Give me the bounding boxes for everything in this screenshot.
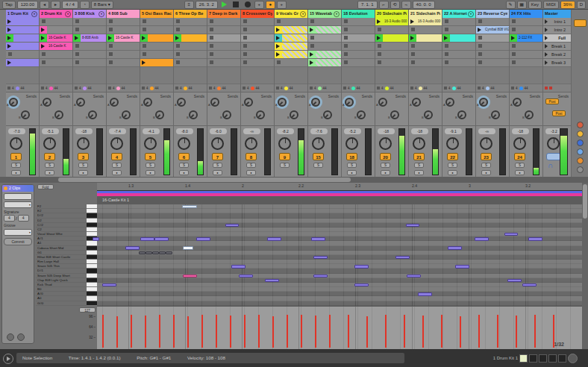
- mixer-section-toggle[interactable]: [577, 139, 584, 146]
- clip-launch-button[interactable]: [40, 26, 47, 34]
- midi-note[interactable]: [154, 237, 169, 241]
- clip-slot[interactable]: 16-Castle K: [40, 34, 72, 43]
- send-a-knob[interactable]: A: [445, 98, 454, 107]
- clip-body[interactable]: [13, 43, 39, 50]
- midi-note[interactable]: [166, 251, 172, 255]
- volume-field[interactable]: -7.6: [310, 128, 328, 134]
- empty-clip-slot[interactable]: [207, 43, 240, 51]
- velocity-stem[interactable]: [102, 315, 104, 348]
- empty-clip-slot[interactable]: [107, 59, 140, 67]
- clip-launch-button[interactable]: [275, 34, 282, 42]
- send-a-knob[interactable]: A: [43, 98, 51, 107]
- empty-clip-slot[interactable]: [107, 43, 140, 51]
- empty-clip-slot[interactable]: [73, 51, 106, 59]
- midi-note[interactable]: [239, 275, 253, 278]
- fold-button[interactable]: Fold: [37, 184, 54, 189]
- clip-launch-button[interactable]: [140, 59, 148, 66]
- clip-body[interactable]: 8-808 Amb: [81, 34, 106, 42]
- beat-time-ruler[interactable]: 1.31.422.22.32.433.2: [97, 183, 582, 190]
- velocity-stem[interactable]: [131, 315, 132, 348]
- send-b-knob[interactable]: B: [222, 110, 231, 119]
- solo-button[interactable]: S: [347, 163, 357, 168]
- midi-note[interactable]: [182, 205, 197, 209]
- empty-clip-slot[interactable]: [107, 26, 140, 34]
- velocity-stem[interactable]: [315, 316, 316, 348]
- clip-slot[interactable]: [275, 43, 307, 51]
- track-activator-button[interactable]: 18: [346, 153, 357, 160]
- empty-clip-slot[interactable]: [241, 43, 274, 51]
- empty-clip-slot[interactable]: [375, 59, 408, 67]
- clip-body[interactable]: 16-3 Audio 000: [383, 18, 408, 25]
- pan-knob[interactable]: [178, 137, 190, 150]
- clip-launch-button[interactable]: [308, 51, 316, 58]
- automation-arm-button[interactable]: +: [277, 1, 287, 9]
- fold-icon[interactable]: ▾: [334, 11, 340, 17]
- scrollbar-handle[interactable]: [583, 184, 587, 219]
- clip-body[interactable]: [450, 34, 475, 42]
- track-activator-button[interactable]: 23: [481, 153, 492, 160]
- clip-title-bar[interactable]: 16-Castle Kit 1: [97, 196, 582, 204]
- clip-slot[interactable]: Cymbal 808 VIG: [476, 26, 509, 34]
- empty-clip-slot[interactable]: [40, 51, 72, 59]
- note-row[interactable]: [97, 301, 582, 306]
- volume-field[interactable]: -7.4: [109, 128, 126, 134]
- signature-denominator-field[interactable]: 4: [18, 215, 29, 222]
- velocity-stem[interactable]: [348, 315, 349, 348]
- clip-slot[interactable]: [40, 26, 72, 34]
- send-b-knob[interactable]: B: [88, 110, 97, 119]
- track-activator-button[interactable]: 21: [413, 153, 425, 160]
- send-a-post-toggle[interactable]: Post: [545, 98, 559, 104]
- clip-body[interactable]: [282, 26, 307, 34]
- empty-clip-slot[interactable]: [207, 59, 240, 67]
- clip-body[interactable]: 16-Castle K: [47, 34, 72, 42]
- scene-slot[interactable]: Break 3: [543, 59, 571, 67]
- velocity-stem[interactable]: [116, 316, 118, 348]
- volume-field[interactable]: -18: [512, 128, 529, 134]
- pan-knob[interactable]: [245, 137, 257, 150]
- volume-field[interactable]: -18: [378, 128, 395, 134]
- empty-clip-slot[interactable]: [476, 34, 509, 43]
- clip-launch-button[interactable]: [308, 26, 316, 34]
- arm-button[interactable]: ●: [45, 170, 54, 175]
- empty-clip-slot[interactable]: [207, 34, 240, 43]
- send-a-knob[interactable]: A: [110, 98, 119, 107]
- send-a-knob[interactable]: A: [378, 98, 387, 107]
- solo-button[interactable]: S: [246, 163, 256, 168]
- mixer-section-toggle[interactable]: [577, 131, 584, 137]
- solo-button[interactable]: S: [78, 163, 88, 168]
- solo-button[interactable]: S: [45, 163, 54, 168]
- computer-midi-keyboard-button[interactable]: ▦: [517, 1, 527, 9]
- clip-slot[interactable]: [140, 34, 173, 43]
- midi-note-selected[interactable]: [183, 246, 193, 250]
- mixer-section-toggle[interactable]: [577, 166, 584, 173]
- stop-all-clips-icon[interactable]: [545, 87, 548, 90]
- velocity-stem[interactable]: [287, 315, 288, 348]
- arm-button[interactable]: ●: [78, 170, 88, 175]
- empty-clip-slot[interactable]: [40, 59, 72, 67]
- empty-clip-slot[interactable]: [476, 51, 509, 59]
- track-activator-button[interactable]: 7: [212, 153, 223, 160]
- arm-button[interactable]: ●: [11, 170, 21, 175]
- empty-clip-slot[interactable]: [207, 26, 240, 34]
- send-b-knob[interactable]: B: [491, 110, 500, 119]
- stop-all-clips-icon[interactable]: [549, 87, 552, 90]
- scene-slot[interactable]: Intro 1: [543, 18, 571, 26]
- clip-launch-button[interactable]: [308, 59, 316, 66]
- solo-button[interactable]: S: [481, 163, 491, 168]
- velocity-stem[interactable]: [329, 315, 331, 348]
- track-header[interactable]: 15 Wavetab▾: [308, 10, 341, 18]
- send-a-knob[interactable]: A: [210, 98, 219, 107]
- session-record-button[interactable]: ●: [266, 1, 275, 9]
- play-button[interactable]: [222, 1, 227, 7]
- fold-icon[interactable]: ▾: [98, 11, 104, 17]
- empty-clip-slot[interactable]: [73, 26, 106, 34]
- velocity-stem[interactable]: [404, 315, 405, 348]
- clip-slot[interactable]: [6, 18, 39, 26]
- send-b-knob[interactable]: B: [323, 110, 332, 119]
- clip-launch-button[interactable]: [476, 26, 484, 34]
- arm-button[interactable]: ●: [414, 170, 424, 175]
- empty-clip-slot[interactable]: [241, 51, 274, 59]
- midi-note[interactable]: [93, 237, 99, 241]
- solo-button[interactable]: S: [515, 163, 525, 168]
- volume-field[interactable]: -∞: [243, 128, 260, 134]
